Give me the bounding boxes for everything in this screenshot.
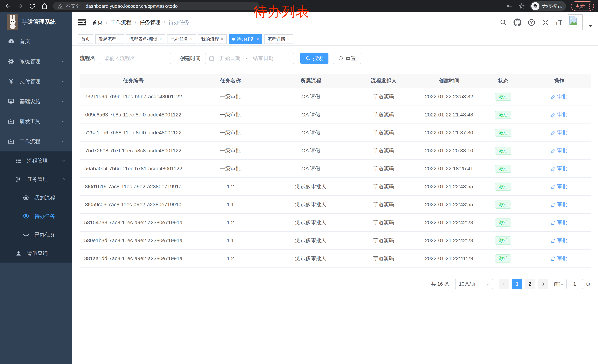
security-label: 不安全 [66,3,80,9]
refresh-icon [338,56,343,61]
sidebar-item-home[interactable]: 首页 [0,32,72,51]
close-icon[interactable]: × [159,36,162,42]
sidebar-toggle-icon[interactable] [78,19,86,26]
table-row: 8f059c03-7ac8-11ec-a9e2-a2380e71991a1.1测… [80,195,590,213]
key-icon[interactable] [506,2,513,10]
avatar-caret-icon[interactable] [588,25,592,27]
search-button[interactable]: 搜索 [300,53,328,64]
table-row: 381aa1dd-7ac8-11ec-a9e2-a2380e71991a1.2测… [80,249,590,267]
col-created: 创建时间 [419,74,479,88]
update-menu-button[interactable]: 更新 [571,1,594,11]
reset-button[interactable]: 重置 [333,53,361,64]
table-row: 58154733-7ac8-11ec-a9e2-a2380e71991a1.2测… [80,213,590,231]
breadcrumb-home[interactable]: 首页 [92,19,103,26]
breadcrumb: 首页 / 工作流程 / 任务管理 / 待办任务 [92,19,189,26]
status-badge: 激活 [495,147,511,155]
col-task-id: 任务编号 [80,74,187,88]
col-process: 所属流程 [274,74,348,88]
page-2-button[interactable]: 2 [525,279,535,289]
help-icon[interactable]: ? [527,18,536,27]
sidebar-item-devtools[interactable]: 研发工具 [0,112,72,131]
breadcrumb-task-mgmt[interactable]: 任务管理 [140,19,160,26]
sidebar-item-label: 任务管理 [27,176,48,183]
prev-page-button[interactable] [499,279,509,289]
process-name-input[interactable] [100,53,171,64]
reload-icon[interactable] [29,2,36,10]
url-text[interactable]: dashboard.yudao.iocoder.cn/bpm/task/todo [86,3,178,9]
close-icon[interactable]: × [221,36,224,42]
edit-icon [551,112,556,117]
col-status: 状态 [479,74,528,88]
font-size-icon[interactable]: TT [555,18,562,26]
approve-link[interactable]: 审批 [551,93,567,100]
goto-page-input[interactable] [566,279,583,289]
eye-closed-icon [22,231,30,238]
sidebar-item-task-mgmt[interactable]: 任务管理 [0,170,72,188]
menu-dots-icon[interactable] [588,4,591,9]
tag-start-process[interactable]: 发起流程× [95,34,124,44]
tag-form-edit[interactable]: 流程表单-编辑× [126,34,165,44]
approve-link[interactable]: 审批 [551,111,567,118]
start-date-input[interactable] [216,55,244,61]
status-badge: 激活 [495,93,511,101]
sidebar-item-process-mgmt[interactable]: 流程管理 [0,152,72,170]
chevron-up-icon [61,139,66,144]
col-starter: 流程发起人 [348,74,419,88]
back-icon[interactable] [4,2,11,10]
page-size-select[interactable]: 10条/页 [455,279,493,289]
sidebar-item-label: 已办任务 [34,231,55,238]
forward-icon[interactable] [16,2,24,10]
page-1-button[interactable]: 1 [512,279,522,289]
close-icon[interactable]: × [190,36,193,42]
avatar[interactable] [568,15,583,30]
close-icon[interactable]: × [256,36,259,42]
warning-icon [58,3,63,9]
close-icon[interactable]: × [118,36,121,42]
table-row: a6aba0a4-7b6d-11ec-b781-acde48001122一级审批… [80,160,590,178]
total-count: 共 16 条 [431,281,449,287]
approve-link[interactable]: 审批 [551,165,567,172]
process-name-label: 流程名 [80,55,95,62]
sidebar-item-infra[interactable]: 基础设施 [0,91,72,112]
tag-done-tasks[interactable]: 已办任务× [167,34,196,44]
search-icon[interactable] [499,18,507,27]
sidebar-item-payment[interactable]: ¥ 支付管理 [0,72,72,91]
logo[interactable]: 芋道管理系统 [0,12,72,32]
approve-link[interactable]: 审批 [551,183,567,190]
approve-link[interactable]: 审批 [551,147,567,154]
sidebar-item-workflow[interactable]: 工作流程 [0,131,72,152]
next-page-button[interactable] [538,279,548,289]
sidebar-item-system[interactable]: 系统管理 [0,51,72,72]
status-badge: 激活 [495,111,511,119]
close-icon[interactable]: × [287,36,290,42]
tag-my-process[interactable]: 我的流程× [198,34,227,44]
chevron-down-icon [61,99,66,104]
github-icon[interactable] [513,18,522,27]
status-badge: 激活 [495,183,511,191]
home-icon[interactable] [41,2,48,10]
sidebar-item-leave-query[interactable]: 请假查询 [0,244,72,263]
tag-todo-tasks[interactable]: 待办任务× [229,34,262,44]
approve-link[interactable]: 审批 [551,255,567,262]
address-bar[interactable]: 不安全 dashboard.yudao.iocoder.cn/bpm/task/… [53,2,259,10]
range-separator: - [246,55,248,61]
breadcrumb-workflow[interactable]: 工作流程 [111,19,132,26]
approve-link[interactable]: 审批 [551,237,567,244]
approve-link[interactable]: 审批 [551,219,567,226]
tag-home[interactable]: 首页 [78,34,93,44]
sidebar-item-my-process[interactable]: 我的流程 [0,188,72,207]
fullscreen-icon[interactable] [541,18,550,27]
chevron-down-icon [61,59,66,64]
navbar: 首页 / 工作流程 / 任务管理 / 待办任务 ? [72,12,598,33]
sidebar-item-done-tasks[interactable]: 已办任务 [0,226,72,244]
approve-link[interactable]: 审批 [551,201,567,208]
sidebar-item-todo-tasks[interactable]: 待办任务 [0,207,72,226]
end-date-input[interactable] [249,55,277,61]
bookmark-star-icon[interactable] [518,2,525,10]
tag-process-detail[interactable]: 流程详情× [264,34,293,44]
table-row: 069c6a63-7b8a-11ec-8ef0-acde48001122一级审批… [80,106,590,124]
sidebar-item-label: 系统管理 [20,58,40,65]
approve-link[interactable]: 审批 [551,129,567,136]
status-badge: 激活 [495,254,511,263]
date-range-picker[interactable]: - [205,53,294,64]
